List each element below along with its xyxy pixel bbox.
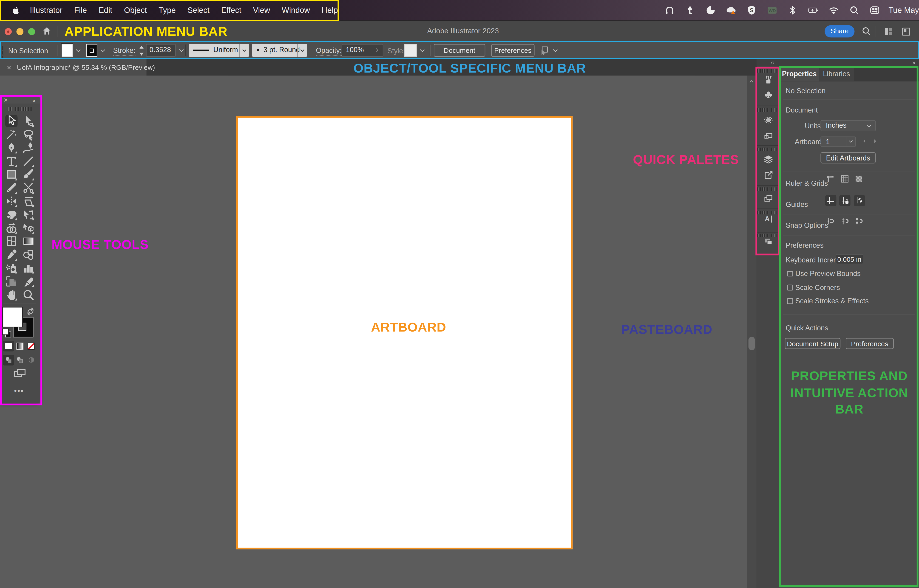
tool-zoom[interactable] [22, 289, 34, 301]
tool-artboard-tool[interactable] [5, 275, 18, 288]
fill-color-swatch[interactable] [61, 44, 73, 57]
guides-icon[interactable] [825, 195, 836, 206]
ruler-icon[interactable] [826, 175, 835, 183]
close-panel-icon[interactable]: ✕ [3, 97, 8, 103]
screen-mode-icon[interactable] [13, 368, 26, 379]
guides-lock-icon[interactable] [839, 195, 850, 206]
isolate-chevron-icon[interactable] [552, 47, 559, 55]
palette-drag-handle[interactable] [757, 187, 780, 191]
opacity-label[interactable]: Opacity: [316, 46, 341, 55]
draw-inside-button[interactable] [26, 355, 37, 365]
home-icon[interactable] [42, 26, 52, 36]
prev-artboard-icon[interactable] [862, 139, 867, 144]
scrollbar-thumb[interactable] [748, 337, 754, 351]
snap-grid-icon[interactable] [840, 217, 849, 226]
close-tab-icon[interactable]: ✕ [6, 64, 11, 71]
wifi-icon[interactable] [829, 5, 838, 15]
tool-scissors[interactable] [22, 182, 34, 194]
tool-blend[interactable] [22, 249, 34, 261]
stroke-weight-value[interactable]: 0.3528 m [146, 44, 176, 57]
variable-width-chevron-icon[interactable] [239, 44, 249, 57]
fill-color-well[interactable] [3, 307, 22, 326]
menu-clock[interactable]: Tue May 3 [888, 6, 919, 15]
variable-width-profile-dropdown[interactable]: Uniform [189, 44, 249, 57]
stroke-weight-chevron-icon[interactable] [178, 47, 185, 55]
menu-item-effect[interactable]: Effect [215, 6, 247, 15]
stroke-stepper[interactable] [138, 44, 145, 59]
style-chevron-icon[interactable] [418, 47, 426, 55]
palette-drag-handle[interactable] [757, 69, 780, 73]
stroke-weight-label[interactable]: Stroke: [113, 46, 135, 55]
expand-dock-icon[interactable]: » [912, 59, 915, 66]
palette-drag-handle[interactable] [757, 148, 780, 151]
control-center-icon[interactable] [870, 5, 880, 15]
document-tab[interactable]: ✕ UofA Infographic* @ 55.34 % (RGB/Previ… [0, 59, 147, 76]
palette-artboards-icon[interactable] [763, 131, 774, 141]
draw-normal-button[interactable] [3, 355, 14, 365]
tumblr-icon[interactable] [685, 5, 695, 15]
menu-item-type[interactable]: Type [153, 6, 182, 15]
units-dropdown[interactable]: Inches [820, 120, 875, 131]
brush-definition-dropdown[interactable]: • 3 pt. Round [252, 44, 307, 57]
tool-type[interactable] [5, 155, 18, 167]
stroke-color-swatch[interactable] [86, 44, 97, 57]
menu-item-window[interactable]: Window [276, 6, 316, 15]
tool-line-segment[interactable] [22, 155, 34, 167]
snap-pixel-icon[interactable] [854, 217, 863, 226]
workspace-switcher-icon[interactable] [901, 27, 911, 36]
transparency-icon[interactable] [854, 175, 863, 183]
tool-lasso[interactable] [22, 128, 34, 141]
palette-symbols-icon[interactable] [763, 194, 774, 204]
share-button[interactable]: Share [825, 25, 854, 38]
none-mode-button[interactable] [26, 341, 37, 352]
wd-icon[interactable]: WD [767, 5, 777, 15]
palette-clover-icon[interactable] [763, 90, 774, 101]
tools-drag-handle[interactable] [0, 107, 39, 110]
layout-panel-icon[interactable] [884, 27, 893, 36]
tool-direct-selection[interactable] [22, 115, 34, 127]
zoom-window-button[interactable] [28, 28, 35, 35]
palette-drag-handle[interactable] [757, 108, 780, 111]
menu-item-select[interactable]: Select [181, 6, 215, 15]
tool-rectangle[interactable] [5, 168, 18, 181]
headphones-icon[interactable] [665, 5, 675, 15]
palette-layers-icon[interactable] [763, 154, 774, 165]
tool-paintbrush[interactable] [22, 168, 34, 181]
close-window-button[interactable] [4, 28, 12, 35]
search-icon[interactable] [862, 26, 871, 36]
ghost-icon[interactable] [705, 5, 715, 15]
tab-properties[interactable]: Properties [780, 66, 819, 81]
checkbox-scale-strokes-effects[interactable] [787, 299, 793, 304]
draw-behind-button[interactable] [14, 355, 26, 365]
collapse-panel-icon[interactable]: « [32, 97, 36, 103]
snap-point-icon[interactable] [826, 217, 835, 226]
menu-item-file[interactable]: File [68, 6, 93, 15]
menu-item-edit[interactable]: Edit [93, 6, 118, 15]
palette-brushes-icon[interactable] [763, 74, 774, 85]
palette-character-icon[interactable]: A [763, 214, 774, 225]
palette-graphic-styles-icon[interactable] [763, 236, 774, 247]
tool-column-graph[interactable] [22, 262, 34, 274]
tool-reflect[interactable] [5, 195, 18, 207]
collapse-dock-icon[interactable]: « [771, 59, 774, 66]
preferences-button[interactable]: Preferences [491, 44, 535, 57]
tab-libraries[interactable]: Libraries [819, 66, 854, 81]
tool-slice[interactable] [22, 275, 34, 288]
menu-item-object[interactable]: Object [118, 6, 153, 15]
opacity-value[interactable]: 100% [341, 44, 383, 57]
pasteboard[interactable] [0, 76, 757, 588]
checkbox-scale-corners[interactable] [787, 285, 793, 290]
fill-chevron-icon[interactable] [74, 47, 82, 55]
tool-width[interactable] [5, 208, 18, 221]
gradient-mode-button[interactable] [14, 341, 26, 352]
tool-pen[interactable] [5, 142, 18, 154]
quick-preferences-button[interactable]: Preferences [846, 338, 893, 349]
artboard-dropdown[interactable]: 1 [820, 136, 856, 147]
stroke-chevron-icon[interactable] [99, 47, 107, 55]
document-setup-button[interactable]: Document Setup [434, 44, 485, 57]
palette-color-icon[interactable] [763, 115, 774, 125]
snap-guides-icon[interactable] [854, 195, 865, 206]
search-icon[interactable] [849, 5, 859, 15]
battery-charging-icon[interactable] [808, 5, 818, 15]
tool-mesh[interactable] [5, 235, 18, 247]
